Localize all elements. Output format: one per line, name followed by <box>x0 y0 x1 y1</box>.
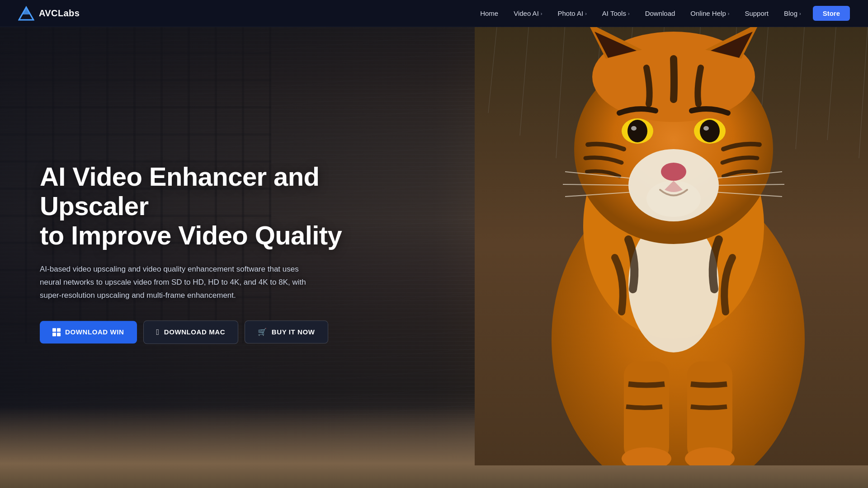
svg-point-23 <box>627 120 647 142</box>
nav-links: Home Video AI › Photo AI › AI Tools › Do… <box>474 6 850 21</box>
photo-ai-chevron-icon: › <box>585 11 587 16</box>
svg-point-26 <box>700 120 720 142</box>
buy-now-button[interactable]: 🛒 BUY IT NOW <box>245 320 328 343</box>
svg-point-24 <box>631 126 637 131</box>
nav-video-ai[interactable]: Video AI › <box>507 6 548 21</box>
nav-online-help[interactable]: Online Help › <box>684 6 736 21</box>
hero-section: AI Video Enhancer and Upscaler to Improv… <box>0 0 868 488</box>
online-help-chevron-icon: › <box>728 11 730 16</box>
svg-point-21 <box>661 163 686 181</box>
svg-rect-38 <box>624 361 669 461</box>
navbar: AVCLabs Home Video AI › Photo AI › AI To… <box>0 0 868 27</box>
nav-blog[interactable]: Blog › <box>778 6 807 21</box>
windows-icon <box>52 328 61 336</box>
cart-icon: 🛒 <box>258 328 267 336</box>
nav-download[interactable]: Download <box>639 6 682 21</box>
store-button[interactable]: Store <box>813 6 850 21</box>
download-mac-button[interactable]:  DOWNLOAD MAC <box>143 320 239 344</box>
nav-photo-ai[interactable]: Photo AI › <box>551 6 593 21</box>
svg-point-27 <box>703 126 709 131</box>
logo-link[interactable]: AVCLabs <box>18 5 80 22</box>
svg-rect-39 <box>687 361 732 461</box>
svg-point-42 <box>646 181 701 217</box>
hero-title: AI Video Enhancer and Upscaler to Improv… <box>40 162 356 250</box>
nav-support[interactable]: Support <box>738 6 775 21</box>
ai-tools-chevron-icon: › <box>628 11 630 16</box>
hero-content: AI Video Enhancer and Upscaler to Improv… <box>40 162 356 344</box>
nav-ai-tools[interactable]: AI Tools › <box>596 6 636 21</box>
download-mac-label: DOWNLOAD MAC <box>164 328 226 336</box>
nav-home[interactable]: Home <box>474 6 505 21</box>
buy-now-label: BUY IT NOW <box>272 328 315 336</box>
download-win-label: DOWNLOAD WIN <box>65 328 124 336</box>
logo-text: AVCLabs <box>39 8 80 19</box>
apple-icon:  <box>156 328 160 336</box>
logo-icon <box>18 5 34 22</box>
tiger-image <box>475 23 868 465</box>
hero-buttons: DOWNLOAD WIN  DOWNLOAD MAC 🛒 BUY IT NOW <box>40 320 356 344</box>
video-ai-chevron-icon: › <box>541 11 542 16</box>
blog-chevron-icon: › <box>799 11 801 16</box>
download-win-button[interactable]: DOWNLOAD WIN <box>40 321 137 343</box>
hero-description: AI-based video upscaling and video quali… <box>40 263 320 302</box>
